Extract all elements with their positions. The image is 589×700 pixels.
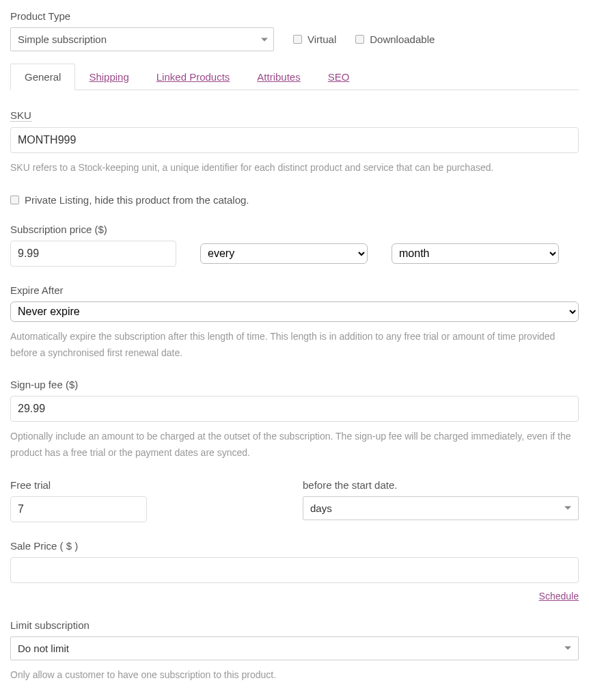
- trial-unit-select[interactable]: days: [303, 496, 579, 520]
- sale-price-label: Sale Price ( $ ): [10, 540, 579, 552]
- limit-subscription-select[interactable]: Do not limit: [10, 636, 579, 660]
- expire-after-help: Automatically expire the subscription af…: [10, 329, 579, 362]
- signup-fee-help: Optionally include an amount to be charg…: [10, 429, 579, 461]
- downloadable-checkbox[interactable]: Downloadable: [355, 33, 435, 45]
- tab-linked-products[interactable]: Linked Products: [143, 64, 244, 90]
- signup-fee-label: Sign-up fee ($): [10, 379, 579, 390]
- sku-input[interactable]: [10, 127, 579, 153]
- product-type-select[interactable]: Simple subscription: [10, 27, 274, 51]
- checkbox-icon: [355, 35, 364, 44]
- chevron-down-icon: [564, 647, 571, 650]
- checkbox-icon: [10, 196, 19, 204]
- limit-subscription-label: Limit subscription: [10, 619, 579, 631]
- tab-attributes[interactable]: Attributes: [243, 64, 314, 90]
- product-tabs: General Shipping Linked Products Attribu…: [10, 64, 579, 90]
- tab-general[interactable]: General: [10, 64, 75, 90]
- subscription-interval-select[interactable]: every: [200, 243, 368, 264]
- sku-help: SKU refers to a Stock-keeping unit, a un…: [10, 160, 579, 176]
- subscription-period-select[interactable]: month: [392, 243, 559, 264]
- before-start-label: before the start date.: [303, 479, 579, 491]
- subscription-price-label: Subscription price ($): [10, 224, 579, 235]
- sku-label: SKU: [10, 109, 31, 122]
- sale-price-input[interactable]: [10, 557, 579, 583]
- trial-unit-value: days: [310, 502, 332, 514]
- virtual-label: Virtual: [307, 33, 336, 45]
- checkbox-icon: [293, 35, 302, 44]
- virtual-checkbox[interactable]: Virtual: [293, 33, 336, 45]
- subscription-price-input[interactable]: [10, 241, 176, 267]
- chevron-down-icon: [564, 507, 571, 510]
- private-listing-checkbox[interactable]: Private Listing, hide this product from …: [10, 194, 579, 206]
- free-trial-input[interactable]: [10, 496, 147, 522]
- chevron-down-icon: [261, 38, 268, 41]
- expire-after-label: Expire After: [10, 284, 579, 296]
- signup-fee-input[interactable]: [10, 396, 579, 422]
- product-type-value: Simple subscription: [18, 33, 107, 45]
- expire-after-select[interactable]: Never expire: [10, 301, 579, 322]
- schedule-link[interactable]: Schedule: [539, 591, 579, 602]
- tab-seo[interactable]: SEO: [314, 64, 364, 90]
- free-trial-label: Free trial: [10, 479, 286, 491]
- private-listing-label: Private Listing, hide this product from …: [25, 194, 249, 206]
- downloadable-label: Downloadable: [370, 33, 435, 45]
- limit-subscription-value: Do not limit: [18, 643, 69, 654]
- tab-shipping[interactable]: Shipping: [75, 64, 142, 90]
- limit-subscription-help: Only allow a customer to have one subscr…: [10, 667, 579, 684]
- product-type-label: Product Type: [10, 10, 579, 22]
